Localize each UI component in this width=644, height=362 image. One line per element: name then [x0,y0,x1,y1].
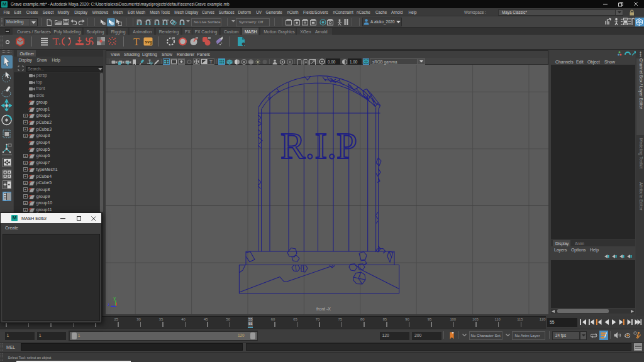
svg-text:svg: svg [145,40,152,45]
svg-text:T: T [133,36,140,47]
svg-text:T: T [53,37,59,47]
svg-text:z: z [108,302,109,307]
svg-text:T: T [209,59,213,64]
svg-text:R.I.P: R.I.P [280,125,357,167]
svg-text:front -X: front -X [316,307,331,311]
